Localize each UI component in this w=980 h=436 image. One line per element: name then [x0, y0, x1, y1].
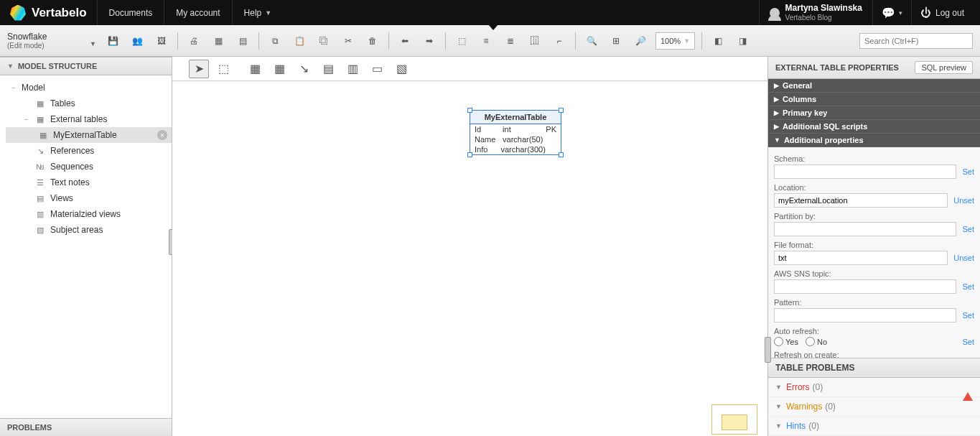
radio-input[interactable] — [806, 337, 815, 346]
model-selector[interactable]: Snowflake (Edit mode) ▼ — [0, 29, 101, 52]
fileformat-input[interactable] — [774, 251, 948, 265]
autolayout-button[interactable]: ⬚ — [451, 30, 472, 52]
resize-handle[interactable] — [559, 108, 564, 113]
close-icon[interactable]: × — [157, 130, 167, 140]
tree-materialized-views[interactable]: ▥Materialzied views — [6, 206, 172, 222]
pointer-tool[interactable]: ➤ — [189, 60, 209, 78]
tree-subject-areas[interactable]: ▧Subject areas — [6, 222, 172, 238]
tree-label: Views — [50, 193, 73, 203]
section-additional-properties[interactable]: ▼Additional properties — [768, 134, 980, 147]
logo-icon — [10, 5, 26, 21]
tree-text-notes[interactable]: ☰Text notes — [6, 175, 172, 190]
tree-views[interactable]: ▤Views — [6, 190, 172, 206]
paste-button[interactable]: 📋 — [289, 30, 310, 52]
add-reference-tool[interactable]: ↘ — [294, 60, 314, 78]
tree-references[interactable]: ↘References — [6, 143, 172, 159]
canvas-toolbar: ➤ ⬚ ▦ ▦ ↘ ▤ ▥ ▭ ▧ — [172, 57, 767, 81]
feedback-button[interactable]: 💬▾ — [872, 0, 911, 25]
chevron-down-icon: ▼ — [90, 40, 96, 47]
tree-sequences[interactable]: №Sequences — [6, 159, 172, 175]
autorefresh-set-link[interactable]: Set — [962, 338, 974, 346]
sql-preview-button[interactable]: SQL preview — [915, 61, 973, 74]
location-unset-link[interactable]: Unset — [953, 196, 974, 205]
resize-handle[interactable] — [467, 152, 472, 157]
search-input[interactable] — [859, 33, 973, 49]
zoom-fit-button[interactable]: ⊞ — [605, 30, 627, 52]
zoom-level[interactable]: 100%▼ — [655, 32, 695, 50]
logout-button[interactable]: ⏻Log out — [911, 0, 973, 25]
main-toolbar: Snowflake (Edit mode) ▼ 💾 👥 🖼 🖨 ▦ ▤ ⧉ 📋 … — [0, 25, 980, 57]
snap-button[interactable]: ⌐ — [549, 30, 570, 52]
section-sql-scripts[interactable]: ▶Additional SQL scripts — [768, 120, 980, 134]
schema-set-link[interactable]: Set — [962, 167, 974, 176]
add-external-table-tool[interactable]: ▦ — [269, 60, 289, 78]
autorefresh-no[interactable]: No — [806, 337, 827, 346]
minimap-widget[interactable] — [711, 404, 757, 435]
speech-bubble-icon: 💬 — [882, 6, 895, 19]
zoom-out-button[interactable]: 🔍 — [581, 30, 602, 52]
model-structure-header[interactable]: ▼MODEL STRUCTURE — [0, 57, 172, 75]
radio-input[interactable] — [774, 337, 783, 346]
sns-input[interactable] — [774, 279, 956, 294]
tree-root-model[interactable]: −Model — [6, 80, 172, 96]
nav-help[interactable]: Help▼ — [232, 0, 284, 25]
user-sub: Vertabelo Blog — [785, 14, 862, 22]
distribute-button[interactable]: ⿲ — [524, 30, 546, 52]
sql-export-button[interactable]: ▦ — [207, 30, 229, 52]
toggle-left-panel-button[interactable]: ◧ — [707, 30, 729, 52]
problems-hints-row[interactable]: ▼Hints(0) — [768, 417, 980, 436]
pattern-set-link[interactable]: Set — [962, 311, 974, 320]
partition-set-link[interactable]: Set — [962, 225, 974, 233]
resize-handle[interactable] — [467, 108, 472, 113]
chevron-down-icon: ▼ — [774, 136, 780, 144]
tree-external-tables[interactable]: −▦External tables — [6, 111, 172, 127]
partition-input[interactable] — [774, 222, 956, 236]
location-input[interactable] — [774, 193, 948, 208]
redo-button[interactable]: ➡ — [419, 30, 440, 52]
selection-tool[interactable]: ⬚ — [213, 60, 233, 78]
print-button[interactable]: 🖨 — [183, 30, 205, 52]
add-view-tool[interactable]: ▤ — [318, 60, 338, 78]
diagram-canvas[interactable]: MyExternalTable IdintPKNamevarchar(50)In… — [172, 81, 767, 436]
section-primary-key[interactable]: ▶Primary key — [768, 106, 980, 120]
problems-errors-row[interactable]: ▼Errors(0) — [768, 378, 980, 397]
nav-my-account[interactable]: My account — [164, 0, 231, 25]
toggle-right-panel-button[interactable]: ◨ — [732, 30, 753, 52]
brand-logo[interactable]: Vertabelo — [0, 5, 97, 21]
problems-warnings-row[interactable]: ▼Warnings(0) — [768, 397, 980, 417]
entity-column-row: Namevarchar(50) — [470, 134, 561, 144]
nav-documents[interactable]: Documents — [97, 0, 164, 25]
add-mat-view-tool[interactable]: ▥ — [342, 60, 363, 78]
entity-my-external-table[interactable]: MyExternalTable IdintPKNamevarchar(50)In… — [470, 110, 561, 155]
add-area-tool[interactable]: ▧ — [391, 60, 411, 78]
pattern-input[interactable] — [774, 308, 956, 323]
align-center-button[interactable]: ≣ — [500, 30, 521, 52]
section-columns[interactable]: ▶Columns — [768, 93, 980, 106]
save-button[interactable]: 💾 — [102, 30, 123, 52]
right-resize-handle[interactable] — [765, 337, 771, 363]
schema-input[interactable] — [774, 164, 956, 179]
duplicate-button[interactable]: ⿻ — [313, 30, 335, 52]
tree-tables[interactable]: ▦Tables — [6, 96, 172, 111]
sns-set-link[interactable]: Set — [962, 282, 974, 291]
doc-export-button[interactable]: ▤ — [232, 30, 253, 52]
problems-header[interactable]: PROBLEMS — [0, 418, 172, 436]
section-general[interactable]: ▶General — [768, 79, 980, 93]
copy-button[interactable]: ⧉ — [264, 30, 286, 52]
autorefresh-yes[interactable]: Yes — [774, 337, 798, 346]
tree-my-external-table[interactable]: ▦MyExternalTable× — [6, 127, 172, 143]
delete-button[interactable]: 🗑 — [362, 30, 383, 52]
cut-button[interactable]: ✂ — [337, 30, 359, 52]
align-left-button[interactable]: ≡ — [475, 30, 497, 52]
undo-button[interactable]: ⬅ — [394, 30, 416, 52]
user-menu[interactable]: Martyna Slawinska Vertabelo Blog — [759, 0, 872, 25]
resize-handle[interactable] — [559, 152, 564, 157]
external-table-icon: ▦ — [34, 115, 46, 124]
add-note-tool[interactable]: ▭ — [367, 60, 387, 78]
zoom-in-button[interactable]: 🔎 — [630, 30, 651, 52]
share-button[interactable]: 👥 — [126, 30, 148, 52]
image-export-button[interactable]: 🖼 — [151, 30, 172, 52]
add-table-tool[interactable]: ▦ — [245, 60, 265, 78]
separator — [445, 32, 446, 50]
fileformat-unset-link[interactable]: Unset — [953, 254, 974, 262]
